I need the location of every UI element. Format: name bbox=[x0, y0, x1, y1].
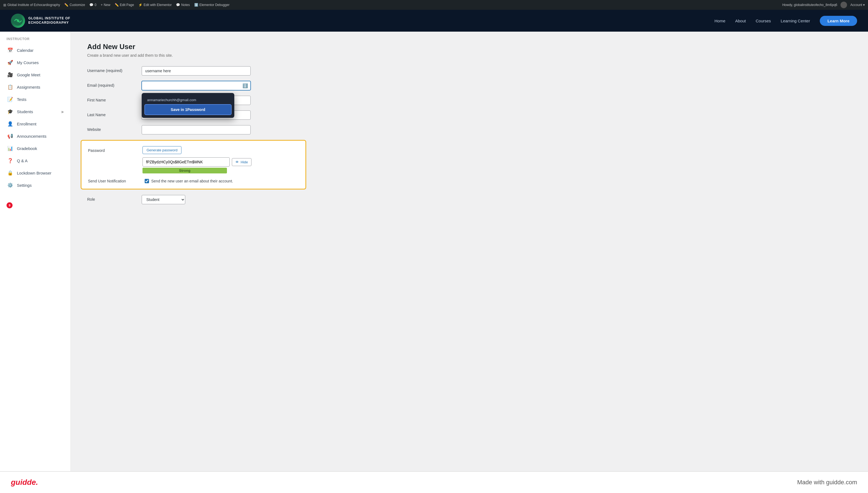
nav-about[interactable]: About bbox=[735, 19, 746, 23]
sidebar-item-students[interactable]: 🎓 Students ▶ bbox=[0, 106, 71, 118]
generate-password-button[interactable]: Generate password bbox=[142, 146, 181, 154]
sidebar-item-enrollment[interactable]: 👤 Enrollment bbox=[0, 118, 71, 130]
admin-bar-notes[interactable]: 💬 Notes bbox=[176, 3, 190, 7]
customize-icon: ✏️ bbox=[64, 3, 68, 7]
sidebar-item-qa[interactable]: ❓ Q & A bbox=[0, 155, 71, 167]
password-strength-bar: Strong bbox=[142, 168, 227, 173]
password-label: Password bbox=[88, 146, 142, 153]
sidebar-item-gradebook[interactable]: 📊 Gradebook bbox=[0, 142, 71, 155]
website-input[interactable] bbox=[142, 125, 251, 134]
guidde-logo: guidde. bbox=[11, 478, 38, 487]
site-logo[interactable]: Global Institute of Echocardiography bbox=[11, 14, 70, 28]
notification-checkbox-label: Send the new user an email about their a… bbox=[151, 179, 233, 183]
password-value-input[interactable] bbox=[142, 157, 230, 167]
sidebar-label-qa: Q & A bbox=[17, 158, 27, 163]
sidebar-item-calendar[interactable]: 📅 Calendar bbox=[0, 44, 71, 57]
clipboard-icon: 📋 bbox=[7, 84, 13, 90]
info-icon[interactable]: ℹ️ bbox=[243, 83, 248, 88]
email-input[interactable] bbox=[142, 81, 251, 90]
page-title: Add New User bbox=[87, 43, 300, 51]
notes-icon: 💬 bbox=[176, 3, 180, 7]
sidebar-section-label: Instructor bbox=[0, 37, 71, 44]
save-1password-button[interactable]: Save in 1Password bbox=[144, 104, 232, 115]
page-subtitle: Create a brand new user and add them to … bbox=[87, 53, 300, 58]
sidebar-item-lockdown-browser[interactable]: 🔒 Lockdown Browser bbox=[0, 167, 71, 179]
calendar-icon: 📅 bbox=[7, 47, 13, 53]
nav-learning-center[interactable]: Learning Center bbox=[781, 19, 810, 23]
sidebar-item-my-courses[interactable]: 🚀 My Courses bbox=[0, 57, 71, 69]
email-input-wrapper: ℹ️ bbox=[142, 81, 251, 90]
password-field: Generate password bbox=[142, 146, 299, 154]
lock-icon: 🔒 bbox=[7, 170, 13, 176]
autofill-email-suggestion: annamariechurchh@gmail.com bbox=[144, 96, 232, 104]
website-row: Website bbox=[87, 125, 300, 134]
notification-label: Send User Notification bbox=[88, 179, 142, 183]
guidde-badge: 9 bbox=[6, 202, 13, 208]
admin-bar-new[interactable]: + New bbox=[101, 3, 110, 7]
admin-bar-right: Howdy, globalinstituteofecho_8m6pq6 Acco… bbox=[782, 2, 865, 8]
admin-bar-elementor[interactable]: ⚡ Edit with Elementor bbox=[138, 3, 172, 7]
comment-icon: 💬 bbox=[89, 3, 93, 7]
question-icon: ❓ bbox=[7, 158, 13, 164]
logo-icon bbox=[11, 14, 25, 28]
sidebar-label-assignments: Assignments bbox=[17, 85, 40, 89]
hide-password-button[interactable]: 👁 Hide bbox=[232, 158, 251, 166]
password-input-row: 👁 Hide bbox=[142, 157, 251, 167]
sidebar-item-settings[interactable]: ⚙️ Settings bbox=[0, 179, 71, 191]
sidebar-item-announcements[interactable]: 📢 Announcements bbox=[0, 130, 71, 142]
sidebar-item-tests[interactable]: 📝 Tests bbox=[0, 93, 71, 106]
sidebar: Instructor 📅 Calendar 🚀 My Courses 🎥 Goo… bbox=[0, 31, 71, 493]
main-content: Add New User Create a brand new user and… bbox=[71, 31, 316, 493]
notification-checkbox[interactable] bbox=[145, 179, 149, 183]
sidebar-item-google-meet[interactable]: 🎥 Google Meet bbox=[0, 69, 71, 81]
sidebar-label-students: Students bbox=[17, 109, 33, 114]
sidebar-label-announcements: Announcements bbox=[17, 134, 46, 138]
site-header: Global Institute of Echocardiography Hom… bbox=[0, 10, 868, 31]
video-icon: 🎥 bbox=[7, 72, 13, 78]
website-field bbox=[142, 125, 300, 134]
sidebar-label-settings: Settings bbox=[17, 183, 31, 188]
username-label: Username (required) bbox=[87, 66, 142, 73]
email-row: Email (required) ℹ️ annamariechurchh@gma… bbox=[87, 81, 300, 90]
role-select[interactable]: Student Subscriber Contributor Author Ed… bbox=[142, 195, 185, 204]
password-row: Password Generate password bbox=[88, 146, 299, 154]
password-section: Password Generate password 👁 Hide Strong… bbox=[81, 140, 306, 190]
admin-howdy: Howdy, globalinstituteofecho_8m6pq6 bbox=[782, 3, 837, 7]
admin-bar-site-name: Global Institute of Echocardiography bbox=[7, 3, 60, 7]
username-input[interactable] bbox=[142, 66, 251, 76]
website-label: Website bbox=[87, 125, 142, 132]
megaphone-icon: 📢 bbox=[7, 133, 13, 139]
lastname-label: Last Name bbox=[87, 110, 142, 117]
sidebar-label-gradebook: Gradebook bbox=[17, 146, 37, 151]
account-menu[interactable]: Account ▾ bbox=[850, 3, 865, 7]
debugger-icon: ℹ️ bbox=[194, 3, 198, 7]
test-icon: 📝 bbox=[7, 97, 13, 102]
person-icon: 👤 bbox=[7, 121, 13, 127]
role-row: Role Student Subscriber Contributor Auth… bbox=[87, 195, 300, 204]
admin-bar-comments[interactable]: 💬 0 bbox=[89, 3, 96, 7]
admin-bar-customize[interactable]: ✏️ Customize bbox=[64, 3, 85, 7]
username-field bbox=[142, 66, 300, 76]
role-field: Student Subscriber Contributor Author Ed… bbox=[142, 195, 300, 204]
sidebar-item-assignments[interactable]: 📋 Assignments bbox=[0, 81, 71, 93]
admin-bar: ⊞ Global Institute of Echocardiography ✏… bbox=[0, 0, 868, 10]
email-field: ℹ️ annamariechurchh@gmail.com Save in 1P… bbox=[142, 81, 300, 90]
plus-icon: + bbox=[101, 3, 103, 7]
sidebar-label-calendar: Calendar bbox=[17, 48, 33, 52]
rocket-icon: 🚀 bbox=[7, 60, 13, 65]
eye-slash-icon: 👁 bbox=[235, 160, 239, 164]
guidde-tagline: Made with guidde.com bbox=[797, 479, 857, 486]
nav-courses[interactable]: Courses bbox=[756, 19, 771, 23]
admin-bar-debugger[interactable]: ℹ️ Elementor Debugger bbox=[194, 3, 230, 7]
graduation-icon: 🎓 bbox=[7, 109, 13, 114]
role-label: Role bbox=[87, 195, 142, 201]
notification-row: Send User Notification Send the new user… bbox=[142, 179, 299, 183]
sidebar-label-google-meet: Google Meet bbox=[17, 72, 40, 77]
svg-point-1 bbox=[17, 19, 19, 22]
admin-bar-edit-page[interactable]: ✏️ Edit Page bbox=[115, 3, 134, 7]
nav-home[interactable]: Home bbox=[714, 19, 725, 23]
guidde-footer: guidde. Made with guidde.com bbox=[0, 471, 868, 493]
site-nav: Home About Courses Learning Center Learn… bbox=[714, 16, 857, 26]
learn-more-button[interactable]: Learn More bbox=[820, 16, 857, 26]
admin-bar-site[interactable]: ⊞ Global Institute of Echocardiography bbox=[3, 3, 60, 7]
